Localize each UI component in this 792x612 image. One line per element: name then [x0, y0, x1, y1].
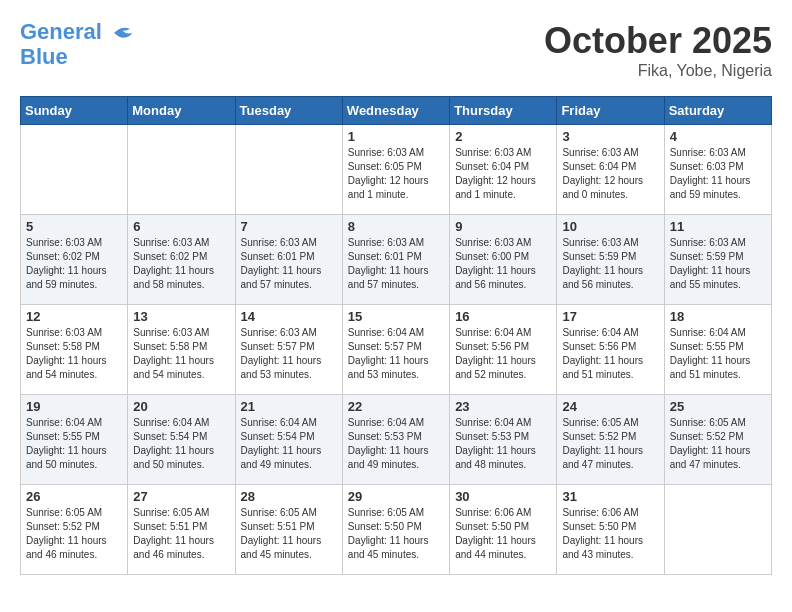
- day-number: 18: [670, 309, 766, 324]
- calendar-cell: 3Sunrise: 6:03 AM Sunset: 6:04 PM Daylig…: [557, 125, 664, 215]
- day-info: Sunrise: 6:03 AM Sunset: 6:02 PM Dayligh…: [133, 236, 229, 292]
- day-number: 16: [455, 309, 551, 324]
- day-info: Sunrise: 6:03 AM Sunset: 5:59 PM Dayligh…: [670, 236, 766, 292]
- day-info: Sunrise: 6:03 AM Sunset: 6:00 PM Dayligh…: [455, 236, 551, 292]
- day-info: Sunrise: 6:05 AM Sunset: 5:51 PM Dayligh…: [133, 506, 229, 562]
- calendar-cell: 7Sunrise: 6:03 AM Sunset: 6:01 PM Daylig…: [235, 215, 342, 305]
- logo-text-blue: Blue: [20, 45, 134, 69]
- day-number: 21: [241, 399, 337, 414]
- day-number: 4: [670, 129, 766, 144]
- day-info: Sunrise: 6:03 AM Sunset: 5:57 PM Dayligh…: [241, 326, 337, 382]
- day-number: 25: [670, 399, 766, 414]
- day-info: Sunrise: 6:06 AM Sunset: 5:50 PM Dayligh…: [562, 506, 658, 562]
- calendar-cell: 15Sunrise: 6:04 AM Sunset: 5:57 PM Dayli…: [342, 305, 449, 395]
- day-number: 30: [455, 489, 551, 504]
- day-info: Sunrise: 6:03 AM Sunset: 6:03 PM Dayligh…: [670, 146, 766, 202]
- col-header-saturday: Saturday: [664, 97, 771, 125]
- col-header-tuesday: Tuesday: [235, 97, 342, 125]
- day-number: 1: [348, 129, 444, 144]
- calendar-cell: 16Sunrise: 6:04 AM Sunset: 5:56 PM Dayli…: [450, 305, 557, 395]
- day-info: Sunrise: 6:04 AM Sunset: 5:53 PM Dayligh…: [348, 416, 444, 472]
- calendar-cell: 14Sunrise: 6:03 AM Sunset: 5:57 PM Dayli…: [235, 305, 342, 395]
- day-number: 22: [348, 399, 444, 414]
- day-number: 8: [348, 219, 444, 234]
- calendar-cell: 18Sunrise: 6:04 AM Sunset: 5:55 PM Dayli…: [664, 305, 771, 395]
- calendar-cell: 27Sunrise: 6:05 AM Sunset: 5:51 PM Dayli…: [128, 485, 235, 575]
- calendar-cell: 2Sunrise: 6:03 AM Sunset: 6:04 PM Daylig…: [450, 125, 557, 215]
- day-number: 20: [133, 399, 229, 414]
- calendar-cell: 30Sunrise: 6:06 AM Sunset: 5:50 PM Dayli…: [450, 485, 557, 575]
- calendar-cell: 11Sunrise: 6:03 AM Sunset: 5:59 PM Dayli…: [664, 215, 771, 305]
- day-info: Sunrise: 6:05 AM Sunset: 5:52 PM Dayligh…: [26, 506, 122, 562]
- calendar-cell: 28Sunrise: 6:05 AM Sunset: 5:51 PM Dayli…: [235, 485, 342, 575]
- calendar-cell: 22Sunrise: 6:04 AM Sunset: 5:53 PM Dayli…: [342, 395, 449, 485]
- calendar-table: SundayMondayTuesdayWednesdayThursdayFrid…: [20, 96, 772, 575]
- day-number: 19: [26, 399, 122, 414]
- logo-bird-icon: [110, 21, 134, 45]
- page-header: General Blue October 2025 Fika, Yobe, Ni…: [20, 20, 772, 80]
- day-number: 28: [241, 489, 337, 504]
- logo-text-general: General: [20, 19, 102, 44]
- day-info: Sunrise: 6:04 AM Sunset: 5:54 PM Dayligh…: [241, 416, 337, 472]
- day-number: 23: [455, 399, 551, 414]
- calendar-cell: 12Sunrise: 6:03 AM Sunset: 5:58 PM Dayli…: [21, 305, 128, 395]
- calendar-cell: 25Sunrise: 6:05 AM Sunset: 5:52 PM Dayli…: [664, 395, 771, 485]
- day-info: Sunrise: 6:03 AM Sunset: 6:01 PM Dayligh…: [241, 236, 337, 292]
- day-number: 26: [26, 489, 122, 504]
- day-info: Sunrise: 6:04 AM Sunset: 5:56 PM Dayligh…: [455, 326, 551, 382]
- day-info: Sunrise: 6:04 AM Sunset: 5:56 PM Dayligh…: [562, 326, 658, 382]
- calendar-cell: [128, 125, 235, 215]
- col-header-wednesday: Wednesday: [342, 97, 449, 125]
- day-info: Sunrise: 6:04 AM Sunset: 5:57 PM Dayligh…: [348, 326, 444, 382]
- location-subtitle: Fika, Yobe, Nigeria: [544, 62, 772, 80]
- col-header-sunday: Sunday: [21, 97, 128, 125]
- calendar-cell: 8Sunrise: 6:03 AM Sunset: 6:01 PM Daylig…: [342, 215, 449, 305]
- col-header-friday: Friday: [557, 97, 664, 125]
- calendar-cell: [664, 485, 771, 575]
- day-info: Sunrise: 6:03 AM Sunset: 6:02 PM Dayligh…: [26, 236, 122, 292]
- day-info: Sunrise: 6:03 AM Sunset: 6:04 PM Dayligh…: [455, 146, 551, 202]
- month-title: October 2025: [544, 20, 772, 62]
- day-info: Sunrise: 6:03 AM Sunset: 5:59 PM Dayligh…: [562, 236, 658, 292]
- day-number: 14: [241, 309, 337, 324]
- calendar-cell: 1Sunrise: 6:03 AM Sunset: 6:05 PM Daylig…: [342, 125, 449, 215]
- day-info: Sunrise: 6:03 AM Sunset: 6:05 PM Dayligh…: [348, 146, 444, 202]
- day-info: Sunrise: 6:04 AM Sunset: 5:53 PM Dayligh…: [455, 416, 551, 472]
- day-info: Sunrise: 6:05 AM Sunset: 5:51 PM Dayligh…: [241, 506, 337, 562]
- day-number: 2: [455, 129, 551, 144]
- calendar-cell: [235, 125, 342, 215]
- day-number: 24: [562, 399, 658, 414]
- calendar-cell: 17Sunrise: 6:04 AM Sunset: 5:56 PM Dayli…: [557, 305, 664, 395]
- day-info: Sunrise: 6:05 AM Sunset: 5:50 PM Dayligh…: [348, 506, 444, 562]
- calendar-cell: 20Sunrise: 6:04 AM Sunset: 5:54 PM Dayli…: [128, 395, 235, 485]
- day-number: 11: [670, 219, 766, 234]
- col-header-thursday: Thursday: [450, 97, 557, 125]
- day-info: Sunrise: 6:05 AM Sunset: 5:52 PM Dayligh…: [562, 416, 658, 472]
- logo: General Blue: [20, 20, 134, 69]
- day-number: 13: [133, 309, 229, 324]
- day-number: 7: [241, 219, 337, 234]
- calendar-cell: 23Sunrise: 6:04 AM Sunset: 5:53 PM Dayli…: [450, 395, 557, 485]
- day-number: 17: [562, 309, 658, 324]
- calendar-cell: 6Sunrise: 6:03 AM Sunset: 6:02 PM Daylig…: [128, 215, 235, 305]
- day-number: 29: [348, 489, 444, 504]
- day-info: Sunrise: 6:04 AM Sunset: 5:55 PM Dayligh…: [26, 416, 122, 472]
- day-number: 31: [562, 489, 658, 504]
- day-info: Sunrise: 6:06 AM Sunset: 5:50 PM Dayligh…: [455, 506, 551, 562]
- calendar-cell: 9Sunrise: 6:03 AM Sunset: 6:00 PM Daylig…: [450, 215, 557, 305]
- day-number: 15: [348, 309, 444, 324]
- calendar-cell: 26Sunrise: 6:05 AM Sunset: 5:52 PM Dayli…: [21, 485, 128, 575]
- day-info: Sunrise: 6:05 AM Sunset: 5:52 PM Dayligh…: [670, 416, 766, 472]
- day-number: 6: [133, 219, 229, 234]
- day-info: Sunrise: 6:04 AM Sunset: 5:54 PM Dayligh…: [133, 416, 229, 472]
- day-info: Sunrise: 6:03 AM Sunset: 6:04 PM Dayligh…: [562, 146, 658, 202]
- day-number: 27: [133, 489, 229, 504]
- day-number: 3: [562, 129, 658, 144]
- calendar-cell: 29Sunrise: 6:05 AM Sunset: 5:50 PM Dayli…: [342, 485, 449, 575]
- calendar-cell: 4Sunrise: 6:03 AM Sunset: 6:03 PM Daylig…: [664, 125, 771, 215]
- day-number: 5: [26, 219, 122, 234]
- calendar-cell: 13Sunrise: 6:03 AM Sunset: 5:58 PM Dayli…: [128, 305, 235, 395]
- day-number: 12: [26, 309, 122, 324]
- calendar-cell: 21Sunrise: 6:04 AM Sunset: 5:54 PM Dayli…: [235, 395, 342, 485]
- day-info: Sunrise: 6:04 AM Sunset: 5:55 PM Dayligh…: [670, 326, 766, 382]
